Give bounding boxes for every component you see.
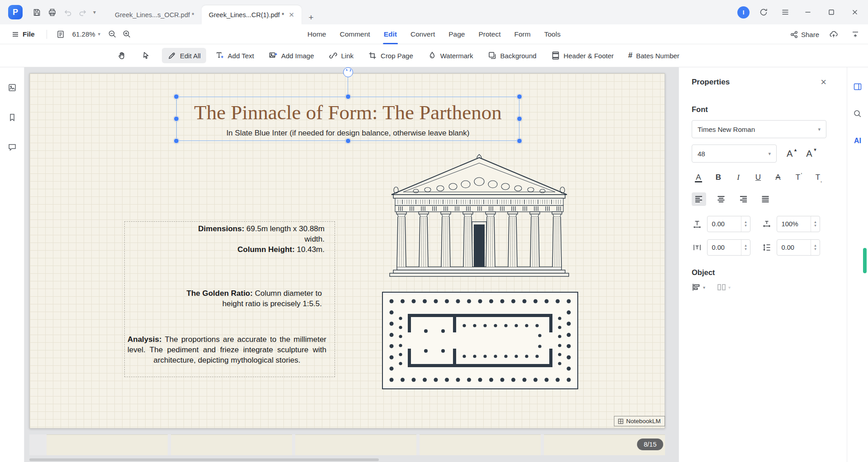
vertical-scrollbar-thumb[interactable] — [863, 248, 867, 273]
cloud-upload-icon[interactable] — [826, 27, 841, 42]
align-right-button[interactable] — [736, 192, 750, 206]
character-spacing-input[interactable]: 0.00 ▲▼ — [707, 216, 750, 232]
select-tool[interactable] — [137, 48, 155, 63]
menu-convert[interactable]: Convert — [410, 24, 435, 44]
hand-tool[interactable] — [113, 48, 130, 63]
maximize-button[interactable] — [823, 4, 840, 21]
horizontal-scale-input[interactable]: 100% ▲▼ — [777, 216, 820, 232]
ai-assistant-icon[interactable]: AI — [850, 133, 865, 149]
hamburger-menu-icon[interactable] — [778, 5, 793, 20]
share-button[interactable]: Share — [790, 31, 819, 38]
underline-button[interactable]: U — [751, 171, 765, 184]
undo-icon[interactable] — [60, 5, 75, 20]
more-actions-caret-icon[interactable]: ▾ — [90, 9, 99, 15]
thumbnail-partial[interactable] — [171, 434, 292, 455]
horizontal-scrollbar[interactable] — [29, 458, 665, 461]
menu-form[interactable]: Form — [514, 24, 531, 44]
properties-panel-icon[interactable] — [850, 79, 865, 94]
main-menu: Home Comment Edit Convert Page Protect F… — [307, 24, 561, 44]
resize-handle-e[interactable] — [517, 116, 522, 121]
new-tab-button[interactable]: + — [304, 11, 318, 24]
resize-handle-sw[interactable] — [174, 138, 179, 144]
header-footer-button[interactable]: Header & Footer — [546, 48, 619, 63]
font-size-select[interactable]: 48 ▾ — [692, 145, 777, 163]
menu-protect[interactable]: Protect — [478, 24, 500, 44]
increase-font-size-button[interactable]: A▴ — [783, 148, 796, 160]
resize-handle-nw[interactable] — [174, 94, 179, 99]
decrease-font-size-button[interactable]: A▾ — [802, 148, 816, 160]
bold-button[interactable]: B — [712, 171, 725, 184]
search-icon[interactable] — [850, 106, 865, 121]
crop-page-button[interactable]: Crop Page — [363, 48, 419, 63]
link-button[interactable]: Link — [323, 48, 359, 63]
menu-comment[interactable]: Comment — [340, 24, 370, 44]
info-text-block[interactable]: Dimensions: 69.5m length x 30.88m width.… — [124, 221, 335, 377]
menubar: File 61.28% ▾ Home Comment Edit Convert … — [0, 24, 868, 44]
edit-toolbar: Edit All Add Text Add Image Link Crop Pa… — [0, 44, 868, 67]
menu-tools[interactable]: Tools — [544, 24, 561, 44]
background-button[interactable]: Background — [482, 48, 542, 63]
resize-handle-w[interactable] — [174, 116, 179, 121]
user-avatar[interactable]: I — [737, 6, 750, 19]
zoom-in-icon[interactable] — [119, 27, 134, 42]
resize-handle-ne[interactable] — [517, 94, 522, 99]
stepper-buttons[interactable]: ▲▼ — [811, 240, 820, 255]
document-subtitle: In Slate Blue Inter (if needed for desig… — [226, 127, 470, 139]
edit-all-button[interactable]: Edit All — [162, 48, 206, 63]
thumbnail-partial[interactable] — [295, 434, 416, 455]
thumbnail-partial[interactable] — [420, 434, 541, 455]
save-icon[interactable] — [29, 5, 44, 20]
page-thumbnails-icon[interactable] — [5, 80, 20, 95]
zoom-level-select[interactable]: 61.28% ▾ — [68, 30, 105, 38]
document-tabs: Greek_Lines...s_OCR.pdf * Greek_Lines...… — [108, 0, 318, 24]
resize-handle-s[interactable] — [345, 138, 351, 144]
rotate-handle[interactable] — [343, 67, 353, 77]
print-icon[interactable] — [44, 5, 60, 20]
watermark-button[interactable]: Watermark — [422, 48, 479, 63]
word-spacing-input[interactable]: 0.00 ▲▼ — [707, 239, 750, 256]
redo-icon[interactable] — [75, 5, 90, 20]
horizontal-scrollbar-thumb[interactable] — [29, 458, 379, 461]
document-canvas[interactable]: The Pinnacle of Form: The Parthenon In S… — [24, 67, 679, 462]
align-justify-button[interactable] — [758, 192, 773, 206]
stepper-buttons[interactable]: ▲▼ — [811, 216, 820, 232]
add-image-button[interactable]: Add Image — [263, 48, 320, 63]
close-properties-icon[interactable]: × — [821, 77, 826, 87]
menu-home[interactable]: Home — [307, 24, 326, 44]
comments-icon[interactable] — [5, 140, 20, 155]
line-spacing-input[interactable]: 0.00 ▲▼ — [777, 239, 820, 256]
close-window-button[interactable] — [846, 4, 863, 21]
close-tab-icon[interactable]: ✕ — [289, 11, 295, 19]
superscript-button[interactable]: T' — [791, 171, 805, 184]
distribute-objects-button[interactable]: ▾ — [717, 283, 731, 291]
align-center-button[interactable] — [714, 192, 728, 206]
zoom-out-icon[interactable] — [105, 27, 119, 42]
menu-edit[interactable]: Edit — [384, 24, 397, 44]
stepper-buttons[interactable]: ▲▼ — [741, 216, 750, 232]
bates-number-button[interactable]: # Bates Number — [623, 48, 685, 63]
italic-button[interactable]: I — [731, 171, 745, 184]
file-menu-button[interactable]: File — [6, 30, 40, 38]
stepper-buttons[interactable]: ▲▼ — [741, 240, 750, 255]
sync-icon[interactable] — [756, 5, 771, 20]
subscript-button[interactable]: T, — [811, 171, 825, 184]
strikethrough-button[interactable]: A — [771, 171, 785, 184]
collapse-toolbar-icon[interactable] — [848, 27, 863, 42]
tab-greek-lines-ocr[interactable]: Greek_Lines...s_OCR.pdf * — [108, 5, 202, 24]
menu-page[interactable]: Page — [448, 24, 465, 44]
font-family-select[interactable]: Times New Roman ▾ — [692, 120, 826, 138]
selected-text-box[interactable]: The Pinnacle of Form: The Parthenon In S… — [176, 97, 519, 141]
font-color-button[interactable]: A — [692, 171, 705, 184]
tab-greek-lines-cr1[interactable]: Greek_Lines...CR(1).pdf * ✕ — [202, 5, 302, 24]
resize-handle-se[interactable] — [517, 138, 522, 144]
thumbnail-partial[interactable] — [47, 434, 168, 455]
bookmarks-icon[interactable] — [5, 110, 20, 125]
minimize-button[interactable] — [799, 4, 816, 21]
resize-handle-n[interactable] — [345, 94, 351, 99]
page-layout-icon[interactable] — [53, 27, 68, 42]
pdf-page[interactable]: The Pinnacle of Form: The Parthenon In S… — [29, 73, 665, 429]
align-objects-button[interactable]: ▾ — [692, 283, 705, 291]
add-text-button[interactable]: Add Text — [210, 48, 259, 63]
align-left-button[interactable] — [692, 192, 706, 206]
page-thumbnail-strip[interactable] — [29, 434, 665, 455]
